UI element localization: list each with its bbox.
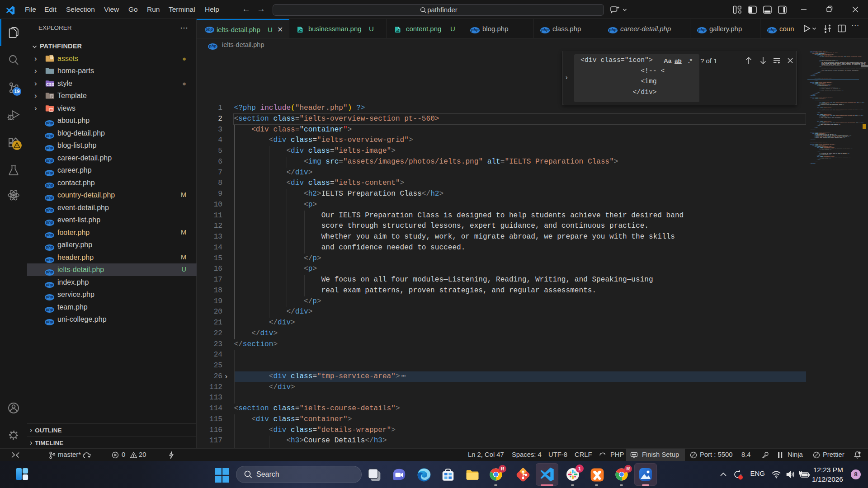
- svg-text:<>: <>: [49, 109, 53, 112]
- svg-text:CSS: CSS: [46, 82, 54, 87]
